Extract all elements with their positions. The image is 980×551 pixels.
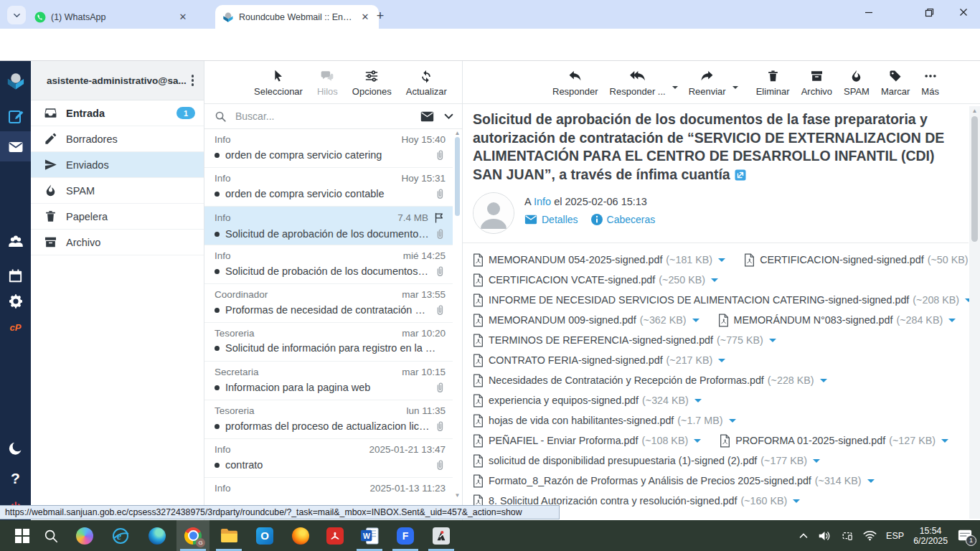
archive-button[interactable]: Archivo	[796, 67, 837, 98]
forward-button[interactable]: Reenviar	[684, 67, 731, 98]
attachment[interactable]: PEÑAFIEL - Enviar Proforma.pdf (~108 KB)	[473, 434, 701, 448]
keyboard-language[interactable]: ESP	[886, 531, 904, 541]
reader-scrollbar-thumb[interactable]	[971, 116, 978, 242]
contacts-icon[interactable]	[0, 227, 31, 256]
reply-button[interactable]: Responder	[547, 67, 603, 98]
attachment-name[interactable]: CERTIFICACION-signed-signed.pdf	[760, 254, 924, 265]
acrobat-icon[interactable]	[319, 520, 352, 551]
tab-search-button[interactable]	[7, 6, 26, 24]
reply-all-menu-caret[interactable]	[672, 86, 678, 92]
attachment-menu-caret[interactable]	[941, 439, 948, 446]
attachment[interactable]: Necesidades de Contratación y Recepción …	[473, 374, 827, 387]
attachment-name[interactable]: INFORME DE NECESIDAD SERVICIOS DE ALIMEN…	[489, 294, 909, 306]
message-list-item[interactable]: Tesoreria mar 10:20 Solicitud de informa…	[204, 323, 453, 362]
folder-enviados[interactable]: Enviados	[31, 152, 204, 178]
select-button[interactable]: Seleccionar	[249, 67, 308, 98]
folder-archivo[interactable]: Archivo	[31, 230, 204, 255]
tab-roundcube[interactable]: Roundcube Webmail :: Enviados ✕	[215, 5, 379, 29]
list-scrollbar[interactable]: ▲ ▼	[453, 130, 461, 517]
forward-menu-caret[interactable]	[732, 86, 738, 92]
window-restore-button[interactable]	[913, 0, 946, 24]
outlook-icon[interactable]: O	[248, 520, 281, 551]
scroll-down-arrow[interactable]: ▼	[453, 492, 461, 499]
message-list-item[interactable]: Info 2025-01-21 13:47 contrato	[204, 439, 453, 478]
attachment[interactable]: Formato_8_Razón de Proformas y Análisis …	[473, 474, 875, 488]
attachment-name[interactable]: Necesidades de Contratación y Recepción …	[489, 375, 764, 386]
attachment-menu-caret[interactable]	[867, 479, 875, 486]
attachment-name[interactable]: hojas de vida con habilitantes-signed.pd…	[489, 415, 674, 426]
file-explorer-icon[interactable]	[212, 520, 245, 551]
notification-center-icon[interactable]: 1	[957, 529, 973, 543]
new-tab-button[interactable]: +	[372, 7, 389, 24]
reader-scrollbar[interactable]: ▲	[969, 106, 980, 519]
attachment-menu-caret[interactable]	[718, 359, 725, 366]
attachment-menu-caret[interactable]	[718, 258, 725, 265]
message-list-item[interactable]: Info mié 14:25 Solicitud de probación de…	[204, 245, 453, 284]
attachment-menu-caret[interactable]	[769, 339, 776, 346]
attachment-name[interactable]: MEMORANDUM 009-signed.pdf	[489, 314, 636, 326]
attachment-menu-caret[interactable]	[729, 419, 736, 426]
spam-button[interactable]: SPAM	[839, 67, 875, 98]
attachment[interactable]: INFORME DE NECESIDAD SERVICIOS DE ALIMEN…	[473, 293, 972, 307]
copilot-icon[interactable]	[68, 520, 101, 551]
compose-icon[interactable]	[0, 103, 31, 131]
tray-chevron-up-icon[interactable]	[798, 531, 809, 541]
reply-all-button[interactable]: Responder ...	[605, 67, 671, 98]
message-list-item[interactable]: Info Hoy 15:31 orden de compra servicio …	[204, 168, 453, 207]
chrome-icon[interactable]: G	[176, 520, 209, 551]
recipient-link[interactable]: Info	[534, 196, 551, 207]
attachment[interactable]: CERTIFICACION-signed-signed.pdf (~50 KB)	[744, 253, 980, 267]
folder-entrada[interactable]: Entrada 1	[31, 100, 204, 126]
clock[interactable]: 15:54 6/2/2025	[913, 526, 948, 546]
details-toggle[interactable]: Detalles	[524, 214, 578, 225]
edge-icon[interactable]	[141, 520, 174, 551]
delete-button[interactable]: Eliminar	[751, 67, 795, 98]
attachment-name[interactable]: PROFORMA 01-2025-signed.pdf	[735, 435, 885, 446]
scroll-up-arrow[interactable]: ▲	[971, 108, 979, 114]
attachment[interactable]: experiencia y equipos-signed.pdf (~324 K…	[473, 394, 702, 408]
search-scope-mail-icon[interactable]	[420, 111, 434, 122]
flag-icon[interactable]	[433, 212, 446, 224]
options-button[interactable]: Opciones	[347, 67, 397, 98]
attachment-name[interactable]: TERMINOS DE REFERENCIA-signed-signed.pdf	[489, 334, 713, 346]
folder-spam[interactable]: SPAM	[31, 178, 204, 204]
tab-close-icon[interactable]: ✕	[359, 11, 372, 24]
taskbar-search-icon[interactable]	[34, 520, 67, 551]
attachment[interactable]: PROFORMA 01-2025-signed.pdf (~127 KB)	[720, 434, 948, 448]
message-list-item[interactable]: Coordinador mar 13:55 Proformas de neces…	[204, 284, 453, 323]
scroll-up-arrow[interactable]: ▲	[453, 130, 461, 136]
wifi-icon[interactable]	[863, 530, 877, 541]
attachment-menu-caret[interactable]	[948, 319, 956, 326]
account-menu-kebab-icon[interactable]	[189, 72, 197, 89]
open-in-new-window-icon[interactable]	[735, 169, 746, 181]
attachment-menu-caret[interactable]	[820, 379, 827, 386]
message-list-item[interactable]: Info Hoy 15:40 orden de compra servicio …	[204, 129, 453, 168]
internet-explorer-icon[interactable]: e	[104, 520, 137, 551]
attachment[interactable]: hojas de vida con habilitantes-signed.pd…	[473, 414, 736, 428]
settings-gear-icon[interactable]	[0, 287, 31, 316]
attachment-name[interactable]: CONTRATO FERIA-signed-signed.pdf	[489, 354, 663, 366]
message-list-item[interactable]: Info 7.4 MB Solicitud de aprobación de l…	[204, 207, 453, 245]
message-list-item[interactable]: Tesoreria lun 11:35 proformas del proces…	[204, 400, 453, 439]
attachment-name[interactable]: experiencia y equipos-signed.pdf	[489, 395, 639, 406]
search-options-chevron-icon[interactable]	[444, 112, 453, 121]
attachment[interactable]: MEMORANDUM 054-2025-signed.pdf (~181 KB)	[473, 253, 725, 267]
attachment-name[interactable]: MEMORANDUM 054-2025-signed.pdf	[489, 254, 662, 265]
mark-button[interactable]: Marcar	[876, 67, 915, 98]
attachment[interactable]: MEMORÁNDUM N°083-signed.pdf (~284 KB)	[718, 314, 956, 327]
help-icon[interactable]: ?	[0, 464, 31, 493]
calendar-icon[interactable]	[0, 261, 31, 290]
headers-toggle[interactable]: Cabeceras	[591, 214, 656, 225]
attachment-name[interactable]: Formato_8_Razón de Proformas y Análisis …	[489, 475, 811, 486]
attachment-menu-caret[interactable]	[694, 399, 702, 406]
cpanel-icon[interactable]: cP	[0, 313, 31, 342]
window-close-button[interactable]	[947, 0, 980, 24]
search-input[interactable]	[234, 110, 420, 123]
attachment-menu-caret[interactable]	[694, 439, 701, 446]
threads-button[interactable]: Hilos	[312, 67, 343, 98]
tab-whatsapp[interactable]: (1) WhatsApp ✕	[27, 5, 197, 29]
attachment-menu-caret[interactable]	[813, 459, 820, 466]
folder-papelera[interactable]: Papelera	[31, 204, 204, 230]
attachment[interactable]: solicitud de disponibilidad presupuestar…	[473, 454, 820, 468]
more-button[interactable]: Más	[916, 67, 944, 98]
